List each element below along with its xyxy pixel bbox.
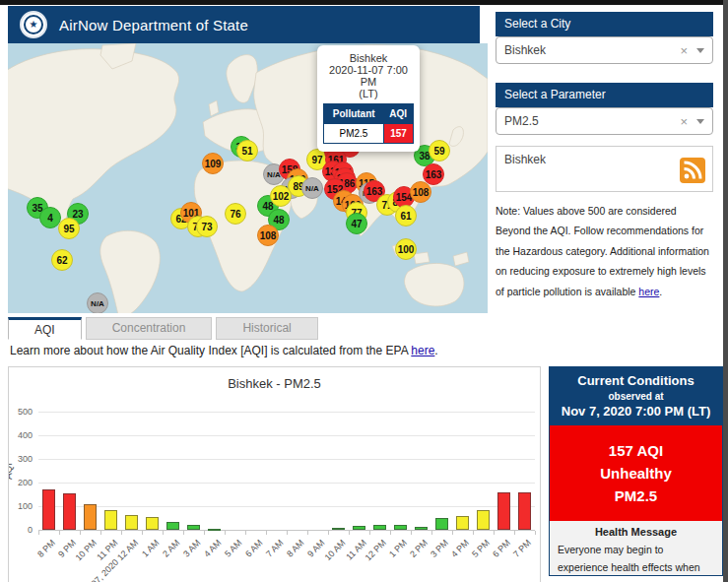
chart-bar[interactable] [146,517,159,530]
health-message-section: Health Message Everyone may begin to exp… [550,521,722,582]
chart-gridline [38,459,535,460]
world-map[interactable]: 354239562N/A1093551621017573764848108N/A… [8,43,488,313]
current-aqi-pollutant: PM2.5 [550,487,722,504]
epa-here-link[interactable]: here [411,344,434,357]
popup-col-aqi: AQI [383,104,413,124]
city-select-value: Bishkek [504,43,673,57]
chart-bar[interactable] [187,525,200,530]
window-top-edge [0,0,728,5]
chart-bar[interactable] [394,525,407,530]
aqi-marker[interactable]: 59 [429,140,450,162]
chart-y-tick-label: 300 [11,454,33,464]
chart-x-tick-label: 2 PM [409,538,430,559]
aqi-marker[interactable]: 62 [51,249,73,271]
chart-bar[interactable] [456,516,469,530]
chart-x-tick-label: 4 AM [202,538,224,559]
chart-bar[interactable] [104,510,117,530]
chart-bar[interactable] [42,489,55,530]
popup-timezone: (LT) [323,88,414,99]
chart-bar[interactable] [125,515,138,530]
chart-bar[interactable] [353,526,365,530]
app-header: ★ AirNow Department of State [8,6,480,43]
observed-at-value: Nov 7, 2020 7:00 PM (LT) [554,404,718,419]
chart-bar[interactable] [497,492,510,530]
feed-box: Bishkek [496,146,713,192]
chart-gridline [38,483,535,484]
aqi-marker[interactable]: 47 [346,213,367,234]
chart-x-tick [287,531,288,535]
chart-x-tick [473,531,474,535]
aqi-marker[interactable]: 163 [423,163,444,185]
chart-x-tick [514,531,515,535]
current-conditions-panel: Current Conditions observed at Nov 7, 20… [549,366,723,576]
aqi-marker[interactable]: 100 [395,238,417,260]
aqi-marker[interactable]: N/A [87,292,108,313]
parameter-select[interactable]: PM2.5 × [496,107,713,135]
chart-bar[interactable] [166,522,179,530]
learn-more-before: Learn more about how the Air Quality Ind… [10,344,411,357]
chart-bar[interactable] [435,518,448,530]
chart-x-tick [183,531,184,535]
rss-icon[interactable] [680,158,705,183]
city-chevron-down-icon[interactable] [696,48,704,53]
aqi-marker[interactable]: 109 [202,153,224,174]
note-here-link[interactable]: here [638,286,659,297]
map-popup: Bishkek 2020-11-07 7:00 PM (LT) Pollutan… [317,45,420,152]
chart-y-tick-label: 0 [11,525,33,535]
aqi-marker[interactable]: N/A [301,177,323,199]
parameter-clear-icon[interactable]: × [673,114,695,129]
chart-y-tick-label: 400 [11,430,33,440]
chart-plot-area: AQI01002003004005008 PM9 PM10 PM11 PM. 0… [9,367,540,582]
popup-pollutant-value: PM2.5 [324,124,384,144]
chart-bar[interactable] [84,504,97,530]
chart-bar[interactable] [332,528,345,530]
chart-x-tick [121,531,122,535]
aqi-marker[interactable]: 108 [410,181,431,203]
chart-x-tick [349,531,350,535]
chart-x-tick-label: 3 PM [430,538,451,559]
note-before: Note: Values above 500 are considered Be… [496,205,709,297]
chart-bar[interactable] [373,525,386,530]
chart-x-tick [163,531,164,535]
tab-aqi[interactable]: AQI [8,317,82,340]
department-of-state-seal-icon: ★ [20,11,47,38]
aqi-marker[interactable]: 102 [270,185,292,207]
chart-x-tick-label: 5 AM [223,538,244,559]
chart-bar[interactable] [208,529,221,531]
aqi-marker[interactable]: 51 [236,140,258,162]
select-city-header: Select a City [496,12,713,36]
current-aqi-block: 157 AQI Unhealthy PM2.5 [550,425,722,521]
popup-col-pollutant: Pollutant [324,104,384,124]
aqi-marker[interactable]: 76 [225,203,246,225]
aqi-marker[interactable]: 108 [257,225,279,246]
chart-x-tick [390,531,391,535]
chart-x-tick [266,531,267,535]
chart-x-tick-label: 3 AM [181,538,203,559]
aqi-marker[interactable]: 95 [58,218,80,239]
chart-x-tick-label: 7 PM [512,538,534,559]
city-select[interactable]: Bishkek × [496,36,713,64]
feed-city-label: Bishkek [504,153,546,166]
chart-bar[interactable] [477,510,490,530]
chart-gridline [38,435,535,436]
aqi-note-text: Note: Values above 500 are considered Be… [496,201,713,301]
chart-bar[interactable] [63,493,76,530]
aqi-marker[interactable]: 61 [395,205,417,226]
aqi-marker[interactable]: 73 [196,216,218,237]
tab-concentration[interactable]: Concentration [86,317,213,340]
tab-historical[interactable]: Historical [216,317,317,340]
chart-x-tick [494,531,495,535]
learn-more-text: Learn more about how the Air Quality Ind… [10,344,438,357]
parameter-chevron-down-icon[interactable] [696,119,704,124]
city-clear-icon[interactable]: × [673,43,695,58]
chart-x-tick [142,531,143,535]
chart-x-tick [38,531,39,535]
chart-x-tick-label: 6 PM [492,538,513,559]
chart-gridline [38,506,535,507]
aqi-chart-panel: Bishkek - PM2.5 AQI01002003004005008 PM9… [8,366,541,582]
health-message-title: Health Message [558,526,714,538]
chart-bar[interactable] [415,527,428,530]
chart-x-tick-label: 2 AM [161,538,182,559]
chart-bar[interactable] [518,492,531,530]
chart-x-tick [307,531,308,535]
